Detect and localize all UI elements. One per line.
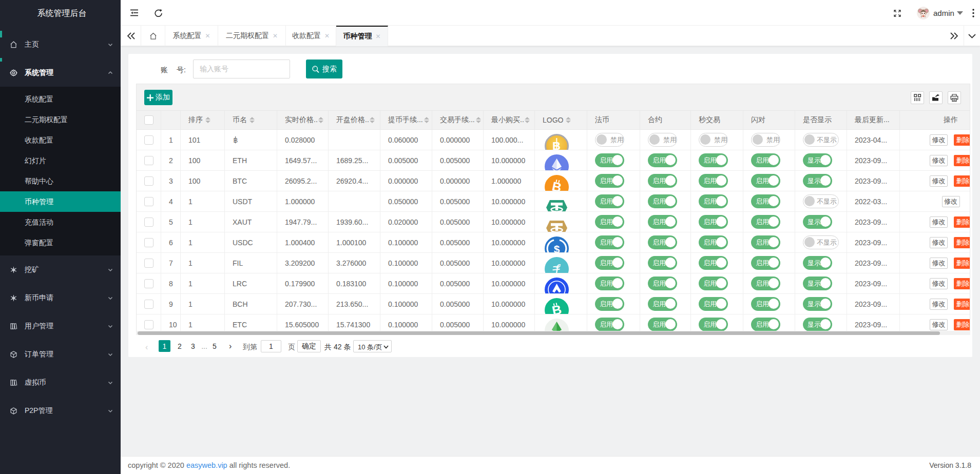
svg-text:f: f	[555, 262, 561, 273]
svg-text:$: $	[554, 243, 560, 253]
